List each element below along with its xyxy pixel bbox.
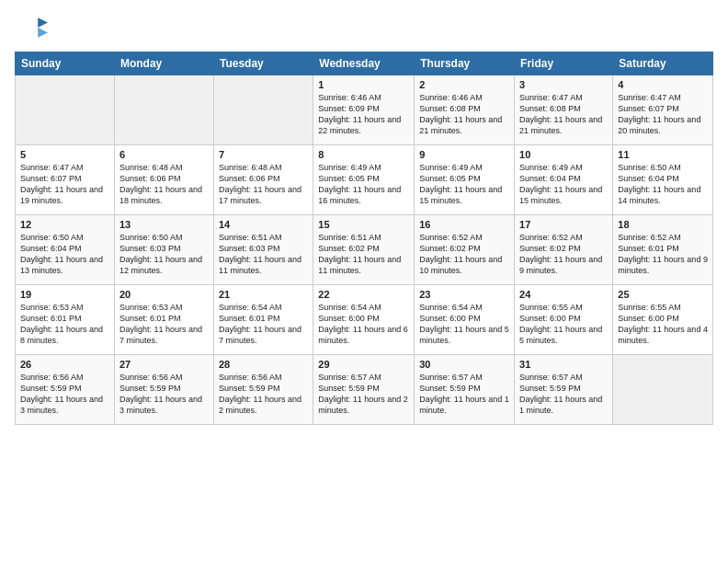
weekday-header-thursday: Thursday	[415, 52, 515, 75]
weekday-header-sunday: Sunday	[16, 52, 115, 75]
weekday-header-monday: Monday	[114, 52, 213, 75]
day-info: Sunrise: 6:49 AMSunset: 6:04 PMDaylight:…	[519, 162, 608, 207]
calendar-cell: 24Sunrise: 6:55 AMSunset: 6:00 PMDayligh…	[515, 285, 613, 355]
day-info: Sunrise: 6:51 AMSunset: 6:03 PMDaylight:…	[219, 232, 308, 277]
calendar-week-3: 12Sunrise: 6:50 AMSunset: 6:04 PMDayligh…	[16, 215, 713, 285]
day-info: Sunrise: 6:52 AMSunset: 6:01 PMDaylight:…	[618, 232, 708, 277]
day-info: Sunrise: 6:55 AMSunset: 6:00 PMDaylight:…	[519, 302, 608, 347]
calendar-cell	[613, 355, 713, 425]
day-info: Sunrise: 6:56 AMSunset: 5:59 PMDaylight:…	[119, 372, 209, 417]
day-info: Sunrise: 6:49 AMSunset: 6:05 PMDaylight:…	[318, 162, 409, 207]
day-info: Sunrise: 6:57 AMSunset: 5:59 PMDaylight:…	[519, 372, 608, 417]
day-info: Sunrise: 6:57 AMSunset: 5:59 PMDaylight:…	[419, 372, 509, 417]
day-info: Sunrise: 6:51 AMSunset: 6:02 PMDaylight:…	[318, 232, 409, 277]
day-number: 15	[318, 219, 409, 230]
day-info: Sunrise: 6:54 AMSunset: 6:00 PMDaylight:…	[419, 302, 509, 347]
calendar-cell: 31Sunrise: 6:57 AMSunset: 5:59 PMDayligh…	[515, 355, 613, 425]
day-number: 31	[519, 359, 608, 370]
day-number: 29	[318, 359, 409, 370]
day-info: Sunrise: 6:52 AMSunset: 6:02 PMDaylight:…	[419, 232, 509, 277]
calendar-cell: 27Sunrise: 6:56 AMSunset: 5:59 PMDayligh…	[114, 355, 213, 425]
calendar-cell: 25Sunrise: 6:55 AMSunset: 6:00 PMDayligh…	[613, 285, 713, 355]
calendar-cell: 3Sunrise: 6:47 AMSunset: 6:08 PMDaylight…	[515, 75, 613, 145]
calendar-cell	[114, 75, 213, 145]
day-info: Sunrise: 6:57 AMSunset: 5:59 PMDaylight:…	[318, 372, 409, 417]
day-number: 9	[419, 149, 509, 160]
day-info: Sunrise: 6:56 AMSunset: 5:59 PMDaylight:…	[20, 372, 109, 417]
calendar-cell: 5Sunrise: 6:47 AMSunset: 6:07 PMDaylight…	[16, 145, 115, 215]
day-number: 17	[519, 219, 608, 230]
day-number: 6	[119, 149, 209, 160]
calendar-cell: 23Sunrise: 6:54 AMSunset: 6:00 PMDayligh…	[415, 285, 515, 355]
calendar-cell: 22Sunrise: 6:54 AMSunset: 6:00 PMDayligh…	[313, 285, 415, 355]
svg-rect-0	[15, 11, 48, 44]
weekday-header-tuesday: Tuesday	[213, 52, 313, 75]
day-number: 3	[519, 79, 608, 90]
day-info: Sunrise: 6:54 AMSunset: 6:00 PMDaylight:…	[318, 302, 409, 347]
weekday-header-row: SundayMondayTuesdayWednesdayThursdayFrid…	[16, 52, 713, 75]
general-blue-logo-icon	[15, 11, 48, 44]
calendar-week-4: 19Sunrise: 6:53 AMSunset: 6:01 PMDayligh…	[16, 285, 713, 355]
calendar-week-1: 1Sunrise: 6:46 AMSunset: 6:09 PMDaylight…	[16, 75, 713, 145]
calendar-cell: 26Sunrise: 6:56 AMSunset: 5:59 PMDayligh…	[16, 355, 115, 425]
calendar-cell: 1Sunrise: 6:46 AMSunset: 6:09 PMDaylight…	[313, 75, 415, 145]
calendar-cell	[213, 75, 313, 145]
calendar-cell: 20Sunrise: 6:53 AMSunset: 6:01 PMDayligh…	[114, 285, 213, 355]
day-number: 12	[20, 219, 109, 230]
calendar-cell: 7Sunrise: 6:48 AMSunset: 6:06 PMDaylight…	[213, 145, 313, 215]
weekday-header-wednesday: Wednesday	[313, 52, 415, 75]
calendar-table: SundayMondayTuesdayWednesdayThursdayFrid…	[15, 52, 713, 425]
calendar-cell: 11Sunrise: 6:50 AMSunset: 6:04 PMDayligh…	[613, 145, 713, 215]
day-number: 30	[419, 359, 509, 370]
calendar-cell: 18Sunrise: 6:52 AMSunset: 6:01 PMDayligh…	[613, 215, 713, 285]
logo-area	[15, 11, 51, 44]
day-number: 22	[318, 289, 409, 300]
day-info: Sunrise: 6:47 AMSunset: 6:08 PMDaylight:…	[519, 92, 608, 137]
calendar-cell: 6Sunrise: 6:48 AMSunset: 6:06 PMDaylight…	[114, 145, 213, 215]
day-number: 10	[519, 149, 608, 160]
day-info: Sunrise: 6:55 AMSunset: 6:00 PMDaylight:…	[618, 302, 708, 347]
calendar-week-2: 5Sunrise: 6:47 AMSunset: 6:07 PMDaylight…	[16, 145, 713, 215]
calendar-cell: 21Sunrise: 6:54 AMSunset: 6:01 PMDayligh…	[213, 285, 313, 355]
day-number: 5	[20, 149, 109, 160]
day-info: Sunrise: 6:46 AMSunset: 6:09 PMDaylight:…	[318, 92, 409, 137]
calendar-cell: 30Sunrise: 6:57 AMSunset: 5:59 PMDayligh…	[415, 355, 515, 425]
day-number: 28	[219, 359, 308, 370]
calendar-cell: 2Sunrise: 6:46 AMSunset: 6:08 PMDaylight…	[415, 75, 515, 145]
day-info: Sunrise: 6:50 AMSunset: 6:04 PMDaylight:…	[20, 232, 109, 277]
day-number: 19	[20, 289, 109, 300]
day-info: Sunrise: 6:47 AMSunset: 6:07 PMDaylight:…	[20, 162, 109, 207]
day-info: Sunrise: 6:48 AMSunset: 6:06 PMDaylight:…	[119, 162, 209, 207]
day-number: 18	[618, 219, 708, 230]
day-number: 24	[519, 289, 608, 300]
calendar-cell: 4Sunrise: 6:47 AMSunset: 6:07 PMDaylight…	[613, 75, 713, 145]
day-info: Sunrise: 6:50 AMSunset: 6:04 PMDaylight:…	[618, 162, 708, 207]
calendar-cell: 28Sunrise: 6:56 AMSunset: 5:59 PMDayligh…	[213, 355, 313, 425]
calendar-cell: 10Sunrise: 6:49 AMSunset: 6:04 PMDayligh…	[515, 145, 613, 215]
day-info: Sunrise: 6:50 AMSunset: 6:03 PMDaylight:…	[119, 232, 209, 277]
calendar-cell	[16, 75, 115, 145]
header	[15, 11, 713, 44]
calendar-cell: 17Sunrise: 6:52 AMSunset: 6:02 PMDayligh…	[515, 215, 613, 285]
day-number: 4	[618, 79, 708, 90]
day-number: 16	[419, 219, 509, 230]
day-info: Sunrise: 6:48 AMSunset: 6:06 PMDaylight:…	[219, 162, 308, 207]
calendar-cell: 29Sunrise: 6:57 AMSunset: 5:59 PMDayligh…	[313, 355, 415, 425]
day-info: Sunrise: 6:54 AMSunset: 6:01 PMDaylight:…	[219, 302, 308, 347]
day-number: 23	[419, 289, 509, 300]
calendar-cell: 15Sunrise: 6:51 AMSunset: 6:02 PMDayligh…	[313, 215, 415, 285]
calendar-cell: 14Sunrise: 6:51 AMSunset: 6:03 PMDayligh…	[213, 215, 313, 285]
calendar-cell: 16Sunrise: 6:52 AMSunset: 6:02 PMDayligh…	[415, 215, 515, 285]
calendar-cell: 9Sunrise: 6:49 AMSunset: 6:05 PMDaylight…	[415, 145, 515, 215]
day-number: 2	[419, 79, 509, 90]
day-number: 21	[219, 289, 308, 300]
calendar-cell: 13Sunrise: 6:50 AMSunset: 6:03 PMDayligh…	[114, 215, 213, 285]
day-info: Sunrise: 6:52 AMSunset: 6:02 PMDaylight:…	[519, 232, 608, 277]
day-number: 27	[119, 359, 209, 370]
day-number: 13	[119, 219, 209, 230]
weekday-header-saturday: Saturday	[613, 52, 713, 75]
day-info: Sunrise: 6:47 AMSunset: 6:07 PMDaylight:…	[618, 92, 708, 137]
day-info: Sunrise: 6:49 AMSunset: 6:05 PMDaylight:…	[419, 162, 509, 207]
day-number: 1	[318, 79, 409, 90]
calendar-cell: 19Sunrise: 6:53 AMSunset: 6:01 PMDayligh…	[16, 285, 115, 355]
